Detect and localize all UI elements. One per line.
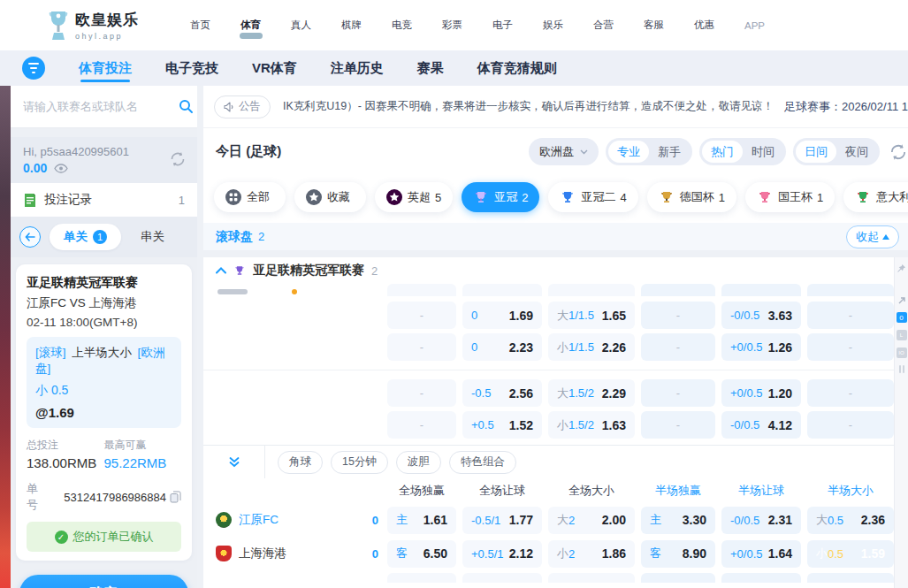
odds-cell[interactable]: - — [807, 302, 894, 329]
odds-cell[interactable]: - — [387, 379, 456, 407]
nav-sports[interactable]: 体育 — [240, 10, 261, 41]
odds-cell[interactable]: +0/0.51.26 — [721, 333, 801, 361]
odds-cell[interactable]: - — [807, 333, 894, 361]
odds-cell[interactable]: - — [387, 302, 456, 329]
tab-15min[interactable]: 15分钟 — [331, 451, 388, 474]
expand-more-button[interactable] — [203, 446, 265, 478]
odds-cell[interactable]: +0.51.52 — [462, 411, 542, 439]
league-tab-all[interactable]: 全部 — [214, 182, 286, 212]
toggle-novice[interactable]: 新手 — [649, 141, 690, 163]
league-tab-copa-del-rey[interactable]: 国王杯1 — [745, 182, 835, 212]
odds-cell[interactable]: -0.5/11.77 — [462, 507, 542, 534]
toggle-hot[interactable]: 热门 — [702, 141, 743, 163]
odds-cell[interactable]: 02.23 — [462, 333, 542, 361]
odds-cell[interactable]: 01.69 — [462, 302, 542, 329]
nav-app[interactable]: APP — [744, 11, 765, 40]
filter-menu-button[interactable] — [22, 57, 45, 80]
refresh-balance-icon[interactable] — [169, 150, 187, 168]
odds-cell[interactable]: 主1.61 — [387, 507, 456, 534]
odds-cell[interactable]: -0/0.54.12 — [721, 411, 801, 439]
team-name[interactable]: 上海海港 — [239, 546, 286, 561]
nav-esports[interactable]: 电竞 — [392, 10, 412, 41]
max-win-value: 95.22RMB — [104, 455, 182, 470]
toggle-pro[interactable]: 专业 — [608, 141, 649, 163]
odds-type-select[interactable]: 欧洲盘 — [529, 138, 599, 165]
odds-cell[interactable]: 客6.50 — [387, 540, 456, 568]
tab-parlay-bet[interactable]: 串关 — [141, 229, 164, 245]
odds-cell[interactable]: +0.5/12.12 — [462, 540, 542, 568]
tab-vr-sports[interactable]: VR体育 — [252, 50, 297, 86]
nav-promo[interactable]: 优惠 — [694, 10, 714, 41]
quick-badge-icon[interactable]: L — [897, 330, 907, 340]
odds-cell[interactable]: 大1.5/22.29 — [548, 379, 635, 407]
toggle-day[interactable]: 日间 — [796, 141, 836, 163]
quick-badge-icon[interactable]: IO — [897, 347, 907, 358]
tab-correct-score[interactable]: 波胆 — [396, 451, 441, 474]
nav-affiliate[interactable]: 合营 — [593, 10, 614, 41]
eye-icon[interactable] — [54, 164, 68, 173]
site-logo[interactable]: 欧皇娱乐 ohyl.app — [49, 9, 139, 42]
copy-icon[interactable] — [170, 491, 181, 503]
league-tab-acl[interactable]: 亚冠2 — [462, 182, 539, 212]
odds-cell[interactable]: +0/0.51.64 — [721, 540, 801, 568]
announcement-text[interactable]: IK克利克U19）- 因赛果不明确，赛果将进一步核实，确认后再进行结算，造成不便… — [283, 99, 772, 114]
search-input[interactable] — [23, 100, 179, 113]
quick-badge[interactable]: 0 — [897, 312, 907, 323]
odds-cell[interactable]: -0/0.53.63 — [721, 302, 801, 329]
toggle-night[interactable]: 夜间 — [836, 141, 877, 163]
odds-cell[interactable]: - — [641, 333, 715, 361]
odds-cell-selected[interactable]: 小0.51.59 — [807, 540, 894, 568]
tab-single-bet[interactable]: 单关 1 — [50, 224, 121, 250]
odds-cell[interactable]: - — [641, 302, 715, 329]
odds-cell[interactable]: 主3.30 — [641, 507, 715, 534]
nav-slots[interactable]: 电子 — [492, 10, 513, 41]
odds-cell[interactable]: 小1.5/21.63 — [548, 411, 635, 439]
nav-home[interactable]: 首页 — [190, 10, 210, 41]
odds-cell[interactable]: - — [641, 379, 715, 407]
nav-live-casino[interactable]: 真人 — [291, 10, 311, 41]
tab-sports-betting[interactable]: 体育投注 — [79, 50, 132, 86]
tab-special-combo[interactable]: 特色组合 — [449, 451, 516, 474]
tab-results[interactable]: 赛果 — [417, 50, 444, 86]
back-arrow-button[interactable] — [19, 226, 41, 248]
tab-corners[interactable]: 角球 — [278, 451, 323, 474]
odds-cell[interactable]: - — [641, 411, 715, 439]
arrow-icon[interactable] — [897, 296, 906, 305]
odds-cell[interactable]: 大22.00 — [548, 507, 635, 534]
collapse-button[interactable]: 收起 — [846, 225, 899, 248]
nav-lottery[interactable]: 彩票 — [442, 10, 462, 41]
odds-cell[interactable]: 大0.52.36 — [807, 507, 894, 534]
announcement-badge[interactable]: 公告 — [214, 95, 271, 118]
tab-bet-history[interactable]: 注单历史 — [331, 50, 384, 86]
odds-cell[interactable]: - — [807, 379, 894, 407]
league-tab-epl[interactable]: 英超5 — [375, 182, 453, 212]
odds-cell[interactable]: 客8.90 — [641, 540, 715, 568]
league-tab-coppa-italia[interactable]: 意大利杯1 — [843, 182, 908, 212]
odds-cell[interactable]: 大1/1.51.65 — [548, 302, 635, 329]
odds-cell[interactable]: -0.52.56 — [462, 379, 542, 407]
tab-rules[interactable]: 体育竞猜规则 — [477, 50, 557, 86]
odds-cell[interactable]: 小21.86 — [548, 540, 635, 568]
league-tab-dfb[interactable]: 德国杯1 — [647, 182, 736, 212]
refresh-odds-icon[interactable] — [889, 142, 908, 162]
toggle-time[interactable]: 时间 — [743, 141, 783, 163]
pin-icon[interactable] — [897, 263, 906, 273]
odds-cell[interactable]: - — [387, 333, 456, 361]
team-name[interactable]: 江原FC — [239, 512, 279, 528]
nav-cards[interactable]: 棋牌 — [341, 10, 362, 41]
slip-selection-box: [滚球] 上半场大小 [欧洲盘] 小 0.5 @1.69 — [27, 337, 181, 428]
chevron-up-icon[interactable] — [216, 267, 226, 274]
search-icon[interactable] — [179, 99, 194, 114]
odds-cell[interactable]: 小1/1.52.26 — [548, 333, 635, 361]
nav-entertainment[interactable]: 娱乐 — [543, 10, 563, 41]
league-tab-favorites[interactable]: 收藏 — [294, 182, 366, 212]
tab-esports[interactable]: 电子竞技 — [165, 50, 218, 86]
league-tab-acl2[interactable]: 亚冠二4 — [548, 182, 637, 212]
odds-cell[interactable]: +0/0.51.20 — [721, 379, 801, 407]
bet-record-row[interactable]: 投注记录 1 — [11, 183, 197, 217]
odds-cell[interactable]: - — [807, 411, 894, 439]
confirm-button[interactable]: 确定 — [19, 575, 188, 588]
nav-support[interactable]: 客服 — [644, 10, 664, 41]
odds-cell[interactable]: -0/0.52.31 — [721, 507, 801, 534]
odds-cell[interactable]: - — [387, 411, 456, 439]
